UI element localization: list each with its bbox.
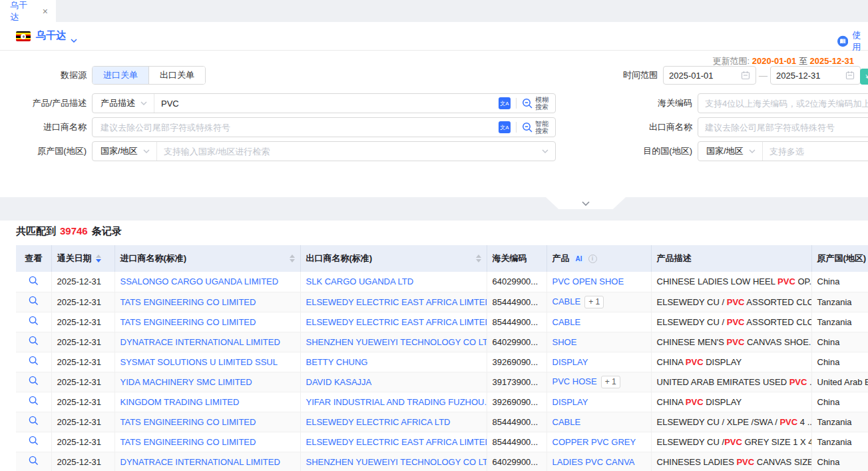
table-header-row: 查看 通关日期 进口商名称(标准) <box>16 245 868 272</box>
importer-link[interactable]: YIDA MACHINERY SMC LIMITED <box>120 377 252 387</box>
exporter-input-box <box>698 117 868 137</box>
end-date-value[interactable] <box>776 71 841 81</box>
product-tag[interactable]: DISPLAY <box>552 397 588 407</box>
tab-uganda[interactable]: 乌干达 × <box>0 0 56 22</box>
search-filter-panel: 更新范围: 2020-01-01 至 2025-12-31 数据源 进口关单 出… <box>0 51 868 197</box>
sort-clearance-date[interactable] <box>96 254 101 262</box>
product-tag[interactable]: PVC HOSE <box>552 376 597 386</box>
dest-country-label: 目的国(地区) <box>622 145 692 157</box>
country-selector-label[interactable]: 乌干达 <box>36 29 66 42</box>
table-row: 2025-12-31TATS ENGINEERING CO LIMITEDELS… <box>16 292 868 312</box>
hs-code-input-box <box>698 93 868 113</box>
importer-link[interactable]: SYSMAT SOLUTIONS U LIMITED SSUL <box>120 357 278 367</box>
clearance-date: 2025-12-31 <box>51 432 114 452</box>
exporter-link[interactable]: BETTY CHUNG <box>306 357 368 367</box>
importer-link[interactable]: TATS ENGINEERING CO LIMITED <box>120 437 256 447</box>
product-tag[interactable]: LADIES PVC CANVA <box>552 457 635 467</box>
importer-link[interactable]: TATS ENGINEERING CO LIMITED <box>120 417 256 427</box>
product-field-select[interactable]: 产品描述 <box>93 94 154 113</box>
translate-icon[interactable]: 文A <box>499 121 511 133</box>
tab-import-declarations[interactable]: 进口关单 <box>93 67 148 84</box>
sort-importer[interactable] <box>290 254 295 262</box>
importer-link[interactable]: DYNATRACE INTERNATIONAL LIMITED <box>120 457 280 467</box>
end-date-input[interactable] <box>770 66 861 85</box>
view-record-button[interactable] <box>29 356 39 366</box>
promo-corner-badge[interactable]: ¥ <box>860 69 868 85</box>
table-row: 2025-12-31TATS ENGINEERING CO LIMITEDELS… <box>16 432 868 452</box>
importer-link[interactable]: TATS ENGINEERING CO LIMITED <box>120 317 256 327</box>
datasource-label: 数据源 <box>16 69 87 81</box>
product-tag[interactable]: COPPER PVC GREY <box>552 437 636 447</box>
view-record-button[interactable] <box>29 316 39 326</box>
dest-country-input[interactable] <box>763 147 868 157</box>
importer-link[interactable]: TATS ENGINEERING CO LIMITED <box>120 297 256 307</box>
col-hs-code: 海关编码 <box>487 245 546 272</box>
collapse-filter-button[interactable] <box>546 197 626 209</box>
view-record-button[interactable] <box>29 456 39 466</box>
more-products-badge[interactable]: + 1 <box>584 296 604 308</box>
translate-icon[interactable]: 文A <box>499 97 511 109</box>
product-tag[interactable]: CABLE <box>552 296 581 306</box>
exporter-link[interactable]: DAVID KASAJJA <box>306 377 372 387</box>
product-tag[interactable]: PVC OPEN SHOE <box>552 276 624 286</box>
origin-country: Tanzania <box>811 312 868 332</box>
origin-country-select[interactable]: 国家/地区 <box>93 142 157 161</box>
info-icon[interactable]: i <box>588 254 597 263</box>
origin-country-input[interactable] <box>157 147 542 157</box>
more-products-badge[interactable]: + 1 <box>601 376 620 388</box>
importer-search-box: 文A 智能搜索 <box>92 117 556 137</box>
table-row: 2025-12-31SSALONGO CARGO UGANDA LIMITEDS… <box>16 272 868 292</box>
view-record-button[interactable] <box>29 296 39 306</box>
panel-gap <box>0 197 868 221</box>
product-tag[interactable]: DISPLAY <box>552 357 588 367</box>
product-description: ELSEWEDY CU / XLPE /SWA / PVC 4 ... <box>651 412 811 432</box>
view-record-button[interactable] <box>29 336 39 346</box>
exporter-link[interactable]: ELSEWEDY ELECTRIC EAST AFRICA LIMTED <box>306 297 487 307</box>
product-tag[interactable]: SHOE <box>552 337 577 347</box>
divider <box>516 122 517 133</box>
chevron-down-icon[interactable] <box>542 149 548 153</box>
origin-country-label: 原产国(地区) <box>16 145 87 157</box>
divider <box>516 98 517 109</box>
view-record-button[interactable] <box>29 276 39 286</box>
product-search-input[interactable] <box>154 99 499 109</box>
hs-code-value: 64029900... <box>487 272 546 292</box>
fuzzy-search-button[interactable]: 模糊搜索 <box>522 96 548 111</box>
importer-name-label: 进口商名称 <box>16 121 87 133</box>
exporter-link[interactable]: ELSEWEDY ELECTRIC EAST AFRICA LIMTED <box>306 437 487 447</box>
usage-help-link[interactable]: 使用 <box>837 29 868 53</box>
exporter-link[interactable]: ELSEWEDY ELECTRIC EAST AFRICA LIMTED <box>306 317 487 327</box>
start-date-value[interactable] <box>669 71 737 81</box>
view-record-button[interactable] <box>29 376 39 386</box>
importer-link[interactable]: KINGDOM TRADING LIMITED <box>120 397 240 407</box>
view-record-button[interactable] <box>29 436 39 446</box>
exporter-link[interactable]: SLK CARGO UGANDA LTD <box>306 276 414 286</box>
hs-code-input[interactable] <box>698 99 868 109</box>
exporter-link[interactable]: ELSEWEDY ELECTRIC AFRICA LTD <box>306 417 451 427</box>
product-tag[interactable]: CABLE <box>552 317 581 327</box>
tab-export-declarations[interactable]: 出口关单 <box>148 67 205 84</box>
start-date-input[interactable] <box>663 66 756 85</box>
smart-search-button[interactable]: 智能搜索 <box>522 120 548 135</box>
view-magnifier-icon <box>29 416 39 426</box>
sort-exporter[interactable] <box>476 254 481 262</box>
view-record-button[interactable] <box>29 396 39 406</box>
clearance-date: 2025-12-31 <box>51 352 114 372</box>
view-record-button[interactable] <box>29 416 39 426</box>
exporter-link[interactable]: SHENZHEN YUEWEIYI TECHNOLOGY CO LTD <box>306 457 487 467</box>
product-tag[interactable]: CABLE <box>552 417 581 427</box>
page-header: 乌干达 使用 <box>0 22 868 51</box>
importer-link[interactable]: DYNATRACE INTERNATIONAL LIMITED <box>120 337 280 347</box>
origin-country: Tanzania <box>811 292 868 312</box>
tab-close-icon[interactable]: × <box>43 7 48 16</box>
exporter-name-input[interactable] <box>698 123 868 133</box>
importer-link[interactable]: SSALONGO CARGO UGANDA LIMITED <box>120 276 279 286</box>
exporter-link[interactable]: YIFAR INDUSTRIAL AND TRADING FUZHOU... <box>306 397 487 407</box>
dest-country-select[interactable]: 国家/地区 <box>698 142 763 161</box>
chevron-down-icon[interactable] <box>71 35 77 45</box>
exporter-link[interactable]: SHENZHEN YUEWEIYI TECHNOLOGY CO LTD <box>306 337 487 347</box>
hs-code-value: 85444900... <box>487 412 546 432</box>
hs-code-value: 39269090... <box>487 352 546 372</box>
calendar-icon <box>845 71 855 80</box>
importer-name-input[interactable] <box>93 123 499 133</box>
